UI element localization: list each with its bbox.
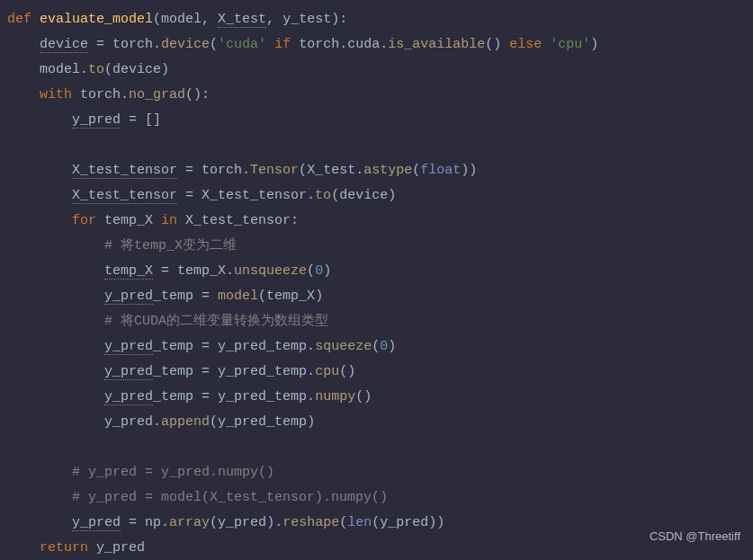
code-token: ( xyxy=(412,163,420,178)
code-editor[interactable]: def evaluate_model(model, X_test, y_test… xyxy=(7,7,753,560)
code-token: X_test xyxy=(307,163,355,178)
code-token: y_pred xyxy=(72,515,121,531)
code-token: float xyxy=(420,163,461,178)
code-token: = xyxy=(153,263,177,279)
code-token: . xyxy=(380,37,388,52)
code-token: ) xyxy=(161,62,169,77)
code-token: = xyxy=(121,515,145,530)
code-token: ) xyxy=(388,188,396,203)
code-token: ) xyxy=(315,289,323,304)
code-token: y_pred xyxy=(218,515,266,530)
code-token: = xyxy=(193,339,218,354)
code-token: y_pred xyxy=(380,515,428,530)
code-token: ( xyxy=(210,37,218,52)
code-token: # 将CUDA的二维变量转换为数组类型 xyxy=(104,314,328,329)
code-line[interactable]: y_pred_temp = y_pred_temp.cpu() xyxy=(7,360,753,385)
code-line[interactable]: y_pred_temp = y_pred_temp.squeeze(0) xyxy=(7,334,753,360)
code-token: reshape xyxy=(282,515,339,530)
code-token: X_test_tensor xyxy=(72,163,177,179)
code-token: () xyxy=(355,389,372,404)
code-token: torch xyxy=(299,37,339,52)
code-token: numpy xyxy=(315,389,355,404)
code-token: ) xyxy=(590,37,598,52)
code-token: ): xyxy=(331,12,347,27)
code-token: y_test xyxy=(282,12,331,27)
code-token: 'cuda' xyxy=(218,37,266,52)
code-token: . xyxy=(307,389,315,404)
code-line[interactable]: # 将CUDA的二维变量转换为数组类型 xyxy=(7,309,753,334)
code-token: squeeze xyxy=(315,339,372,354)
code-line[interactable]: device = torch.device('cuda' if torch.cu… xyxy=(7,32,753,58)
code-token: torch xyxy=(80,87,121,102)
code-token: 0 xyxy=(315,263,323,279)
code-line[interactable]: for temp_X in X_test_tensor: xyxy=(7,209,753,234)
code-line[interactable]: # y_pred = y_pred.numpy() xyxy=(7,460,753,485)
code-token: ( xyxy=(258,289,266,304)
code-token: model xyxy=(40,62,80,77)
code-line[interactable]: y_pred = [] xyxy=(7,108,753,133)
code-token: is_available xyxy=(388,37,485,52)
code-line[interactable] xyxy=(7,435,753,460)
code-token: . xyxy=(339,37,347,52)
code-token: ( xyxy=(153,12,161,27)
code-token: model xyxy=(161,12,202,27)
code-token: evaluate_model xyxy=(40,12,153,27)
code-token: cpu xyxy=(315,364,339,379)
code-line[interactable]: temp_X = temp_X.unsqueeze(0) xyxy=(7,259,753,284)
watermark-text: CSDN @Threetiff xyxy=(650,524,740,549)
code-token: Tensor xyxy=(250,163,299,178)
code-line[interactable]: # 将temp_X变为二维 xyxy=(7,234,753,259)
code-token: )) xyxy=(461,163,477,178)
code-token: y_pred_temp xyxy=(218,414,307,430)
code-token: X_test xyxy=(218,12,266,28)
code-token: y_pred_temp xyxy=(218,364,307,379)
code-token: _temp xyxy=(153,389,193,404)
code-token: device xyxy=(161,37,210,52)
code-token: len xyxy=(347,515,372,530)
code-token: (): xyxy=(185,87,210,102)
code-line[interactable] xyxy=(7,133,753,158)
code-token: ). xyxy=(266,515,282,530)
code-line[interactable]: def evaluate_model(model, X_test, y_test… xyxy=(7,7,753,32)
code-token: ) xyxy=(388,339,396,354)
code-token: . xyxy=(153,37,161,52)
code-token: for xyxy=(72,213,104,228)
code-token: device xyxy=(339,188,388,203)
code-line[interactable]: model.to(device) xyxy=(7,58,753,83)
code-token: ( xyxy=(331,188,339,203)
code-token: = xyxy=(88,37,112,52)
code-token: = xyxy=(121,112,145,128)
code-line[interactable]: y_pred_temp = y_pred_temp.numpy() xyxy=(7,385,753,410)
code-line[interactable]: with torch.no_grad(): xyxy=(7,83,753,108)
code-token: device xyxy=(112,62,161,77)
code-token: ( xyxy=(339,515,347,530)
code-token: = xyxy=(193,389,218,404)
code-token: ( xyxy=(104,62,112,77)
code-token: append xyxy=(161,414,210,430)
code-line[interactable]: y_pred_temp = model(temp_X) xyxy=(7,284,753,309)
code-token: def xyxy=(7,12,40,27)
code-token: , xyxy=(202,12,218,27)
code-token: ( xyxy=(372,339,380,354)
code-token: else xyxy=(501,37,550,52)
code-token: [] xyxy=(145,112,161,128)
code-line[interactable]: X_test_tensor = X_test_tensor.to(device) xyxy=(7,183,753,209)
code-token: y_pred xyxy=(72,112,121,129)
code-line[interactable]: # y_pred = model(X_test_tensor).numpy() xyxy=(7,485,753,511)
code-line[interactable]: y_pred.append(y_pred_temp) xyxy=(7,410,753,435)
code-token: to xyxy=(88,62,104,77)
code-token: device xyxy=(40,37,88,53)
code-token: ( xyxy=(307,263,315,279)
code-line[interactable]: X_test_tensor = torch.Tensor(X_test.asty… xyxy=(7,158,753,183)
code-token: = xyxy=(193,289,218,304)
code-line[interactable]: y_pred = np.array(y_pred).reshape(len(y_… xyxy=(7,511,753,536)
code-token: y_pred xyxy=(104,414,153,430)
code-token: unsqueeze xyxy=(234,263,307,279)
code-token: = xyxy=(193,364,218,379)
code-token: : xyxy=(291,213,299,228)
code-line[interactable]: return y_pred xyxy=(7,536,753,560)
code-token: temp_X xyxy=(266,289,315,304)
code-token: . xyxy=(153,414,161,430)
code-token: . xyxy=(121,87,129,102)
code-token: array xyxy=(169,515,210,530)
